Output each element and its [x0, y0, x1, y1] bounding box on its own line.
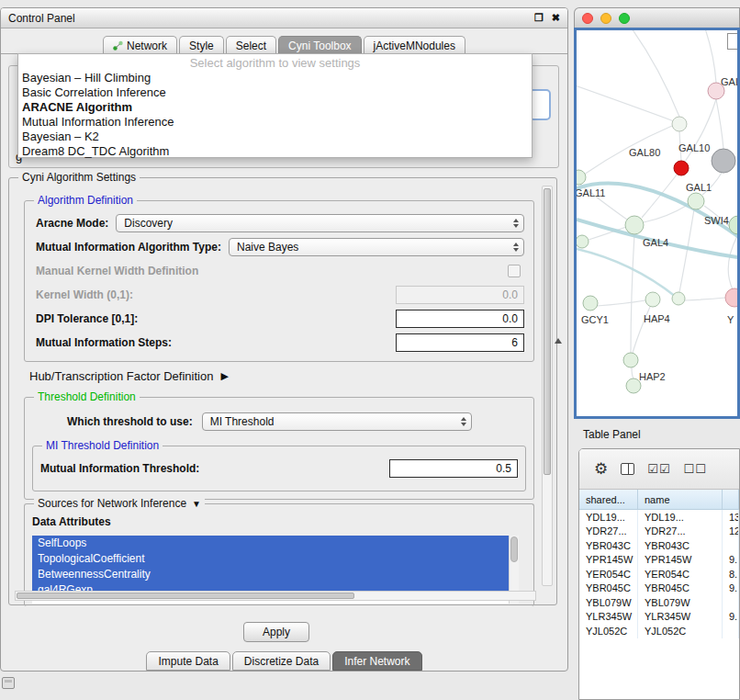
tab-select[interactable]: Select	[226, 36, 276, 54]
network-node[interactable]	[725, 288, 737, 307]
column-header[interactable]: shared...	[579, 490, 638, 509]
attributes-scrollbar-thumb[interactable]	[510, 536, 518, 562]
mi-type-label: Mutual Information Algorithm Type:	[36, 241, 221, 254]
mi-threshold-row: Mutual Information Threshold: 0.5	[33, 459, 525, 478]
table-cell: YER054C	[638, 567, 723, 581]
zoom-traffic-light-icon[interactable]	[619, 13, 630, 24]
attribute-item[interactable]: TopologicalCoefficient	[32, 551, 509, 567]
deselect-all-icon[interactable]: ☐☐	[684, 462, 707, 476]
network-canvas[interactable]: GALGAL80GAL10GAL11GAL1SWI4GAL4GCY1HAP4YH…	[574, 28, 740, 419]
attribute-item[interactable]: SelfLoops	[32, 536, 509, 551]
table-cell: YBR043C	[638, 538, 723, 553]
settings-horizontal-scrollbar[interactable]	[15, 591, 536, 601]
table-cell: YBR043C	[579, 538, 638, 553]
algorithm-option[interactable]: Basic Correlation Inference	[18, 85, 532, 100]
network-node[interactable]	[623, 353, 638, 367]
aracne-mode-label: Aracne Mode:	[36, 217, 108, 230]
collapsed-panel-icon[interactable]	[2, 677, 15, 689]
which-threshold-value: MI Threshold	[210, 415, 275, 428]
network-node[interactable]	[625, 216, 644, 234]
network-node[interactable]	[577, 235, 589, 248]
column-manager-icon[interactable]	[621, 463, 634, 475]
float-window-icon[interactable]: ❐	[534, 12, 544, 24]
mi-threshold-input[interactable]: 0.5	[389, 459, 518, 478]
hub-definition-label: Hub/Transcription Factor Definition	[29, 369, 213, 383]
algorithm-option[interactable]: Bayesian – Hill Climbing	[18, 71, 532, 85]
algorithm-option[interactable]: Dream8 DC_TDC Algorithm	[18, 144, 532, 159]
algorithm-definition-title: Algorithm Definition	[34, 194, 137, 207]
hub-definition-toggle[interactable]: Hub/Transcription Factor Definition ▶	[29, 369, 229, 383]
horizontal-scrollbar-thumb[interactable]	[17, 593, 354, 599]
close-traffic-light-icon[interactable]	[582, 13, 593, 24]
column-header[interactable]	[723, 490, 739, 509]
network-node-label: GCY1	[581, 314, 609, 325]
mi-threshold-definition-group: MI Threshold Definition Mutual Informati…	[32, 446, 526, 491]
table-cell: YER054C	[579, 567, 638, 581]
table-cell: YDR27...	[579, 525, 638, 539]
table-header: shared...name	[579, 490, 739, 510]
bottom-tab-infer-network[interactable]: Infer Network	[332, 651, 421, 671]
vertical-scrollbar-thumb[interactable]	[544, 188, 551, 475]
network-node[interactable]	[583, 296, 598, 310]
tab-label: Cyni Toolbox	[288, 40, 351, 52]
table-row[interactable]: YBR045CYBR045C9.	[579, 581, 739, 596]
network-node[interactable]	[688, 193, 704, 209]
algorithm-option[interactable]: ARACNE Algorithm	[18, 100, 532, 115]
which-threshold-select[interactable]: MI Threshold	[202, 412, 472, 431]
manual-kernel-checkbox[interactable]	[508, 265, 521, 277]
mi-type-select[interactable]: Naive Bayes	[229, 238, 524, 256]
aracne-mode-select[interactable]: Discovery	[116, 214, 524, 232]
table-row[interactable]: YJL052CYJL052C	[579, 624, 739, 638]
network-node[interactable]	[672, 117, 687, 131]
table-cell: 8.	[723, 567, 739, 581]
control-panel-titlebar[interactable]: Control Panel ❐ ✖	[1, 8, 567, 28]
network-node-label: Y	[727, 314, 734, 325]
aracne-mode-row: Aracne Mode: Discovery	[36, 214, 524, 232]
table-cell: YJL052C	[579, 624, 638, 638]
cyni-algorithm-settings-group: Cyni Algorithm Settings Algorithm Defini…	[8, 177, 557, 605]
threshold-definition-group: Threshold Definition Which threshold to …	[24, 397, 534, 500]
table-row[interactable]: YLR345WYLR345W9.	[579, 610, 739, 625]
table-cell: YPR145W	[579, 553, 638, 568]
network-node[interactable]	[672, 292, 685, 305]
dpi-tolerance-row: DPI Tolerance [0,1]: 0.0	[36, 310, 524, 328]
tab-jactivemnodules[interactable]: jActiveMNodules	[364, 36, 465, 54]
algorithm-option[interactable]: Mutual Information Inference	[18, 115, 532, 130]
mi-type-row: Mutual Information Algorithm Type: Naive…	[36, 238, 524, 256]
settings-vertical-scrollbar[interactable]	[542, 186, 553, 586]
table-row[interactable]: YBR043CYBR043C	[579, 538, 739, 553]
aracne-mode-value: Discovery	[124, 217, 173, 230]
select-all-icon[interactable]: ☑☑	[647, 462, 670, 476]
tab-cyni-toolbox[interactable]: Cyni Toolbox	[278, 36, 361, 54]
minimize-traffic-light-icon[interactable]	[600, 13, 611, 24]
gear-icon[interactable]: ⚙	[594, 459, 608, 479]
network-window-titlebar[interactable]	[574, 7, 740, 28]
network-node[interactable]	[577, 170, 586, 185]
network-node[interactable]	[674, 161, 689, 175]
network-node[interactable]	[712, 149, 735, 173]
splitter-arrow-icon[interactable]	[555, 338, 562, 344]
apply-button[interactable]: Apply	[243, 622, 309, 642]
network-node-label: GAL1	[686, 182, 712, 193]
network-edge	[728, 234, 737, 289]
tab-style[interactable]: Style	[179, 36, 224, 54]
mi-threshold-group-title: MI Threshold Definition	[42, 439, 163, 452]
close-window-icon[interactable]: ✖	[552, 12, 560, 24]
mi-steps-input[interactable]: 6	[396, 333, 524, 352]
tab-network[interactable]: Network	[103, 36, 177, 54]
table-row[interactable]: YBL079WYBL079W	[579, 595, 739, 610]
table-row[interactable]: YDL19...YDL19...13	[579, 510, 739, 525]
table-row[interactable]: YER054CYER054C8.	[579, 567, 739, 581]
bottom-tab-impute-data[interactable]: Impute Data	[146, 651, 230, 671]
bottom-tab-discretize-data[interactable]: Discretize Data	[232, 651, 331, 671]
birdseye-box[interactable]	[727, 33, 739, 50]
kernel-width-input[interactable]: 0.0	[396, 286, 524, 304]
table-row[interactable]: YPR145WYPR145W9.	[579, 553, 739, 568]
algorithm-option[interactable]: Bayesian – K2	[18, 130, 532, 144]
table-row[interactable]: YDR27...YDR27...12	[579, 525, 739, 539]
column-header[interactable]: name	[638, 490, 723, 509]
network-node[interactable]	[645, 292, 660, 307]
dpi-tolerance-input[interactable]: 0.0	[396, 310, 524, 328]
attribute-item[interactable]: BetweennessCentrality	[32, 567, 509, 582]
collapse-arrow-icon[interactable]: ▼	[192, 499, 201, 509]
